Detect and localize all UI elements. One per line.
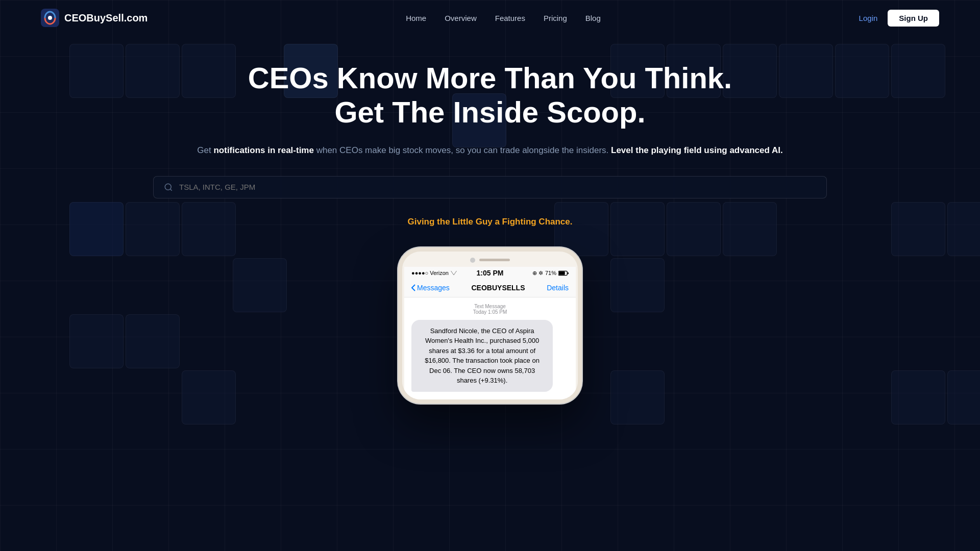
status-bar: ●●●●○ Verizon 1:05 PM ⊕ ✲ 71% xyxy=(404,267,576,280)
imessage-contact-name: CEOBUYSELLS xyxy=(472,284,525,292)
message-text: Sandford Nicole, the CEO of Aspira Women… xyxy=(425,327,540,385)
phone-speaker xyxy=(479,259,510,261)
battery-icon xyxy=(558,270,569,276)
search-wrapper xyxy=(0,176,980,198)
status-left: ●●●●○ Verizon xyxy=(411,270,457,276)
battery-text: 71% xyxy=(545,270,556,276)
search-icon xyxy=(164,183,173,192)
nav-actions: Login Sign Up xyxy=(859,10,939,27)
nav-overview[interactable]: Overview xyxy=(445,14,477,22)
message-bubble: Sandford Nicole, the CEO of Aspira Women… xyxy=(411,320,553,392)
message-timestamp: Text Message Today 1:05 PM xyxy=(411,304,569,315)
hero-title: CEOs Know More Than You Think. Get The I… xyxy=(0,61,980,129)
svg-point-1 xyxy=(48,16,52,20)
message-body: Text Message Today 1:05 PM Sandford Nico… xyxy=(404,297,576,399)
imessage-details-button[interactable]: Details xyxy=(547,284,569,292)
nav-links: Home Overview Features Pricing Blog xyxy=(406,14,601,22)
nav-blog[interactable]: Blog xyxy=(585,14,601,22)
nav-pricing[interactable]: Pricing xyxy=(544,14,567,22)
nav-features[interactable]: Features xyxy=(495,14,525,22)
hero-title-line1: CEOs Know More Than You Think. xyxy=(248,61,732,94)
svg-line-3 xyxy=(170,189,172,190)
settings-icons: ⊕ ✲ xyxy=(532,270,543,277)
messages-back-button[interactable]: Messages xyxy=(411,284,450,292)
status-time: 1:05 PM xyxy=(477,269,504,277)
carrier-text: ●●●●○ Verizon xyxy=(411,270,449,276)
hero-subtitle: Get notifications in real-time when CEOs… xyxy=(0,143,980,157)
nav-home[interactable]: Home xyxy=(406,14,426,22)
hero-subtitle-bold1: notifications in real-time xyxy=(213,145,313,155)
status-right: ⊕ ✲ 71% xyxy=(532,270,569,277)
search-input[interactable] xyxy=(179,183,816,191)
search-bar[interactable] xyxy=(153,176,827,198)
login-button[interactable]: Login xyxy=(859,14,878,22)
hero-title-line2: Get The Inside Scoop. xyxy=(334,95,645,129)
logo-text: CEOBuySell.com xyxy=(64,12,148,24)
hero-subtitle-middle: when CEOs make big stock moves, so you c… xyxy=(314,145,611,155)
signup-button[interactable]: Sign Up xyxy=(888,10,939,27)
hero-section: CEOs Know More Than You Think. Get The I… xyxy=(0,36,980,404)
phone-screen: ●●●●○ Verizon 1:05 PM ⊕ ✲ 71% Messages xyxy=(404,267,576,399)
phone-camera-dot xyxy=(470,258,475,263)
wifi-icon xyxy=(451,270,457,276)
phone-container: ●●●●○ Verizon 1:05 PM ⊕ ✲ 71% Messages xyxy=(0,247,980,404)
hero-subtitle-bold2: Level the playing field using advanced A… xyxy=(611,145,783,155)
message-label-text: Text Message xyxy=(411,304,569,309)
tagline: Giving the Little Guy a Fighting Chance. xyxy=(0,217,980,227)
logo-icon xyxy=(41,9,59,27)
back-label: Messages xyxy=(417,284,450,292)
phone-top xyxy=(402,252,578,267)
chevron-left-icon xyxy=(411,284,415,291)
svg-point-2 xyxy=(165,184,171,190)
logo[interactable]: CEOBuySell.com xyxy=(41,9,148,27)
hero-subtitle-prefix: Get xyxy=(197,145,213,155)
imessage-header: Messages CEOBUYSELLS Details xyxy=(404,280,576,297)
navbar: CEOBuySell.com Home Overview Features Pr… xyxy=(0,0,980,36)
svg-rect-5 xyxy=(559,271,565,274)
phone-mockup: ●●●●○ Verizon 1:05 PM ⊕ ✲ 71% Messages xyxy=(398,247,582,404)
message-label-date: Today 1:05 PM xyxy=(411,309,569,315)
svg-rect-6 xyxy=(568,272,569,274)
